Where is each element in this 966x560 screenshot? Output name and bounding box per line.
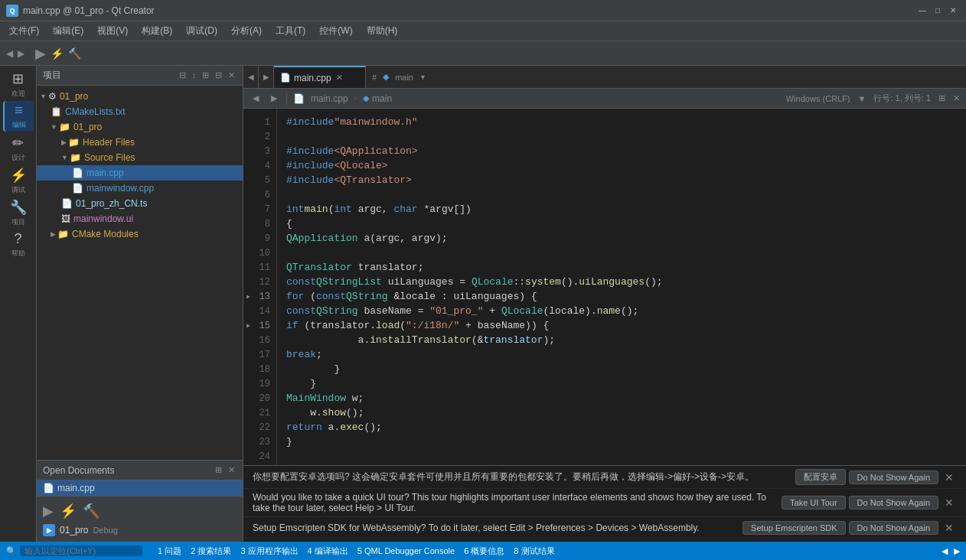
function-icon[interactable]: ◆ [383, 72, 389, 82]
notification-close-button[interactable]: ✕ [942, 497, 957, 509]
function-dropdown-icon[interactable]: ▼ [419, 73, 426, 81]
doc-icon: 📄 [43, 483, 54, 493]
notification-action-button[interactable]: 配置安卓 [795, 469, 846, 485]
status-next-btn[interactable]: ▶ [954, 546, 960, 556]
status-bar-item[interactable]: 6 概要信息 [461, 545, 507, 557]
notification-action-button[interactable]: Take UI Tour [782, 496, 846, 510]
split-editor-btn[interactable]: ⊞ [938, 93, 945, 103]
run-project-button[interactable]: ▶ [43, 503, 54, 519]
hash-button[interactable]: # [372, 73, 377, 82]
tree-item[interactable]: ▼📁Source Files [37, 150, 243, 165]
breadcrumb-sep: › [354, 94, 357, 103]
token: return [286, 420, 322, 435]
open-docs-close[interactable]: ✕ [227, 465, 237, 475]
do-not-show-again-button[interactable]: Do Not Show Again [849, 521, 938, 535]
project-icon: ▶ [43, 524, 55, 536]
code-line: } [286, 435, 966, 449]
breadcrumb-func-name[interactable]: main [372, 93, 392, 104]
tab-nav-back[interactable]: ◀ [243, 66, 259, 88]
menu-item[interactable]: 视图(V) [91, 23, 134, 39]
build-button[interactable]: 🔨 [68, 47, 81, 60]
project-panel-header: 项目 ⊟ ↕ ⊞ ⊟ ✕ [37, 66, 243, 86]
status-search-input[interactable] [20, 545, 142, 556]
notification-row: 你想要配置安卓选项吗? 这会确定安卓套件可使用并且所有重要的包都安装了。要稍后再… [243, 466, 966, 489]
status-bar-item[interactable]: 5 QML Debugger Console [354, 545, 458, 557]
menu-item[interactable]: 调试(D) [180, 23, 224, 39]
menu-item[interactable]: 文件(F) [3, 23, 45, 39]
do-not-show-again-button[interactable]: Do Not Show Again [849, 496, 938, 510]
line-number: 3 [243, 144, 276, 158]
sync-button[interactable]: ↕ [191, 70, 198, 80]
run-button[interactable]: ▶ [35, 45, 46, 62]
token: <QApplication> [334, 144, 417, 158]
debug-run-button[interactable]: ⚡ [51, 47, 64, 60]
line-ending-dropdown[interactable]: ▼ [858, 94, 866, 103]
filter-button[interactable]: ⊟ [178, 70, 188, 80]
menu-item[interactable]: 编辑(E) [47, 23, 90, 39]
toolbar-back[interactable]: ◀ [6, 48, 13, 59]
tree-item[interactable]: ▼⚙01_pro [37, 89, 243, 104]
menu-item[interactable]: 控件(W) [313, 23, 358, 39]
sidebar-icon-设计[interactable]: ✏设计 [3, 133, 34, 164]
tree-item[interactable]: ▶📁Header Files [37, 135, 243, 150]
menu-item[interactable]: 帮助(H) [361, 23, 404, 39]
status-bar-item[interactable]: 2 搜索结果 [188, 545, 234, 557]
menu-item[interactable]: 分析(A) [225, 23, 268, 39]
toolbar: ◀ ▶ ▶ ⚡ 🔨 [0, 41, 966, 66]
tree-item[interactable]: 📄01_pro_zh_CN.ts [37, 196, 243, 211]
nav-back-btn[interactable]: ◀ [250, 93, 262, 103]
sidebar-icon-帮助[interactable]: ?帮助 [3, 230, 34, 260]
window-title: main.cpp @ 01_pro - Qt Creator [23, 5, 155, 16]
open-doc-item[interactable]: 📄 main.cpp [37, 480, 243, 496]
open-docs-split[interactable]: ⊞ [214, 465, 224, 475]
open-documents-panel: Open Documents ⊞ ✕ 📄 main.cpp [37, 460, 243, 496]
function-selector[interactable]: main [395, 73, 413, 82]
tree-item[interactable]: ▶📁CMake Modules [37, 226, 243, 242]
code-content[interactable]: #include "mainwindow.h" #include <QAppli… [277, 109, 966, 465]
nav-forward-btn[interactable]: ▶ [268, 93, 280, 103]
sidebar-icon-编辑[interactable]: ≡编辑 [3, 101, 34, 132]
close-editor-btn[interactable]: ✕ [953, 93, 960, 103]
status-bar-item[interactable]: 8 测试结果 [511, 545, 557, 557]
minimize-button[interactable]: — [915, 4, 929, 18]
tab-nav-forward[interactable]: ▶ [259, 66, 274, 88]
debug-project-button[interactable]: ⚡ [60, 503, 77, 519]
tab-main-cpp[interactable]: 📄 main.cpp ✕ [274, 66, 366, 88]
menu-item[interactable]: 工具(T) [269, 23, 312, 39]
breadcrumb-file[interactable]: main.cpp [311, 93, 348, 104]
close-button[interactable]: ✕ [946, 4, 960, 18]
tree-item[interactable]: 🖼mainwindow.ui [37, 211, 243, 226]
notification-action-button[interactable]: Setup Emscripten SDK [742, 521, 846, 535]
notification-close-button[interactable]: ✕ [942, 522, 957, 534]
search-icon: 🔍 [6, 546, 17, 556]
notification-close-button[interactable]: ✕ [942, 471, 957, 483]
line-number: 18 [243, 362, 276, 376]
status-bar-item[interactable]: 4 编译输出 [305, 545, 351, 557]
maximize-button[interactable]: □ [931, 4, 945, 18]
project-tree: ▼⚙01_pro📋CMakeLists.txt▼📁01_pro▶📁Header … [37, 86, 243, 460]
close-panel-button[interactable]: ✕ [227, 70, 237, 80]
tree-item[interactable]: 📋CMakeLists.txt [37, 104, 243, 119]
sidebar-icon-欢迎[interactable]: ⊞欢迎 [3, 69, 34, 99]
sidebar-icon-项目[interactable]: 🔧项目 [3, 197, 34, 228]
code-line [286, 449, 966, 464]
status-bar-item[interactable]: 3 应用程序输出 [237, 545, 301, 557]
expand-all-button[interactable]: ⊞ [201, 70, 210, 80]
status-prev-btn[interactable]: ◀ [942, 546, 948, 556]
toolbar-forward[interactable]: ▶ [18, 48, 24, 59]
tree-item[interactable]: 📄main.cpp [37, 165, 243, 181]
status-bar-item[interactable]: 1 问题 [155, 545, 184, 557]
tree-arrow: ▼ [40, 93, 47, 100]
sidebar-icon-调试[interactable]: ⚡调试 [3, 165, 34, 196]
tree-item[interactable]: 📄mainwindow.cpp [37, 181, 243, 196]
menu-item[interactable]: 构建(B) [135, 23, 178, 39]
notification-actions: Take UI TourDo Not Show Again✕ [782, 496, 957, 510]
title-bar: Q main.cpp @ 01_pro - Qt Creator — □ ✕ [0, 0, 966, 21]
token: break [286, 347, 316, 362]
open-docs-actions: ⊞ ✕ [214, 465, 237, 475]
tree-item[interactable]: ▼📁01_pro [37, 119, 243, 135]
collapse-all-button[interactable]: ⊟ [214, 70, 224, 80]
build-project-button[interactable]: 🔨 [83, 503, 100, 519]
tab-close-button[interactable]: ✕ [335, 73, 344, 83]
do-not-show-again-button[interactable]: Do Not Show Again [849, 470, 938, 484]
